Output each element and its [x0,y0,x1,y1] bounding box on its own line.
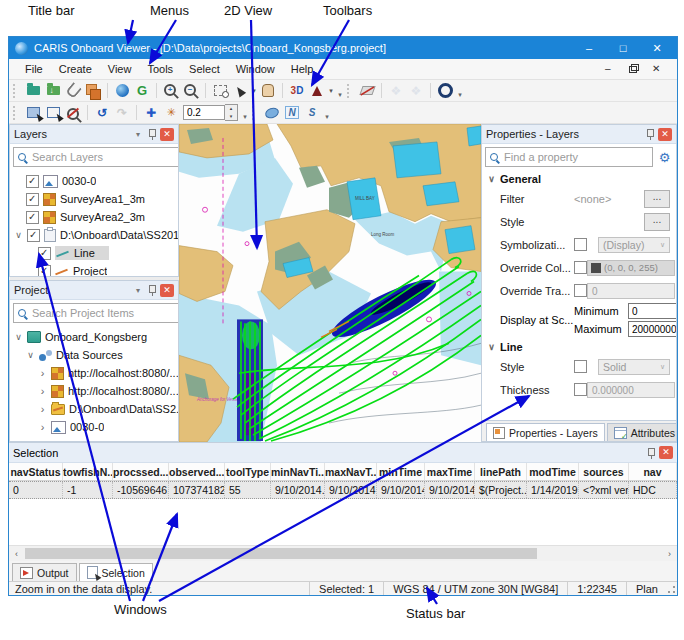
column-header[interactable]: observed... [169,463,225,481]
line-style-checkbox[interactable] [574,360,587,373]
project-search-box[interactable] [13,303,179,323]
zoom-out-button[interactable]: − [181,82,201,100]
layers-panel-pin-icon[interactable] [147,128,157,140]
open-project-button[interactable] [23,82,43,100]
layer-item[interactable]: 0030-0 [10,172,178,190]
tab-attributes-line[interactable]: Attributes - Line [607,423,677,441]
project-item[interactable]: http://localhost:8080/... [10,364,178,382]
deselect-button[interactable] [63,104,83,122]
selection-panel-pin-icon[interactable] [646,447,656,459]
scrollbar-thumb[interactable] [25,548,537,559]
thickness-checkbox[interactable] [574,383,587,396]
draw-ellipse-button[interactable] [262,104,282,122]
column-header[interactable]: procssed... [113,463,169,481]
section-line[interactable]: Line [482,338,676,355]
menu-file[interactable]: File [17,63,51,75]
project-panel-header[interactable]: Project [10,281,178,300]
properties-panel-header[interactable]: Properties - Layers [482,125,676,144]
column-header[interactable]: navStatus [9,463,63,481]
menu-view[interactable]: View [100,63,140,75]
expander-icon[interactable] [38,367,47,379]
column-header[interactable]: modTime [527,463,579,481]
measure-button[interactable] [357,82,377,100]
project-item[interactable]: D:\Onboard\Data\SS2... [10,400,178,418]
layer-item[interactable]: SurveyArea2_3m [10,208,178,226]
section-general[interactable]: General [482,170,676,187]
maximum-scale-input[interactable] [628,321,677,337]
symbolization-dropdown[interactable]: (Display) [598,237,670,253]
override-transparency-field[interactable]: 0 [587,283,675,299]
copy-layer-button[interactable] [83,82,103,100]
column-header[interactable]: maxNavT... [325,463,377,481]
record-button[interactable] [435,82,455,100]
draw-curve-button[interactable] [302,104,322,122]
selection-panel-header[interactable]: Selection [9,443,677,463]
menu-create[interactable]: Create [51,63,100,75]
menu-select[interactable]: Select [181,63,228,75]
layers-panel-menu-icon[interactable] [132,130,144,139]
expander-icon[interactable] [26,350,35,360]
project-panel-menu-icon[interactable] [132,286,144,295]
layers-panel-close-icon[interactable] [160,128,174,141]
mdi-close-button[interactable] [651,63,663,75]
zoom-in-button[interactable]: + [161,82,181,100]
redo-selection-button[interactable] [112,104,132,122]
snap-button[interactable] [161,104,181,122]
column-header[interactable]: towfishN... [63,463,113,481]
layer-item[interactable]: SurveyArea1_3m [10,190,178,208]
project-item[interactable]: 0030-0 [10,418,178,436]
project-item[interactable]: http://localhost:8080/... [10,382,178,400]
thickness-field[interactable]: 0.000000 [587,382,675,398]
flag-next-button[interactable] [406,82,426,100]
selection-table-row[interactable]: 0 -1 -10569646... 1073741824 55 9/10/201… [9,481,677,499]
expander-icon[interactable] [38,403,47,415]
tab-output[interactable]: Output [12,563,77,581]
layer-checkbox[interactable] [26,211,39,224]
status-crs[interactable]: WGS 84 / UTM zone 30N [WG84] [383,582,567,595]
layers-search-input[interactable] [30,150,176,164]
layer-checkbox[interactable] [26,193,39,206]
selection-panel-close-icon[interactable] [659,446,673,459]
toolbar-overflow[interactable]: ▾ [240,113,250,123]
toolbar-grip[interactable] [13,106,19,120]
import-data-button[interactable]: ↓ [43,82,63,100]
undo-selection-button[interactable] [92,104,112,122]
properties-panel-pin-icon[interactable] [645,128,655,140]
layer-checkbox[interactable] [27,229,40,242]
title-bar[interactable]: CARIS Onboard Viewer - [D:\Data\projects… [9,37,677,59]
expander-icon[interactable] [487,342,496,352]
column-header[interactable]: toolType [225,463,271,481]
tab-selection[interactable]: Selection [79,563,153,581]
layer-checkbox[interactable] [26,175,39,188]
select-tool-dropdown[interactable]: ▾ [250,87,258,95]
pan-tool-button[interactable] [258,82,278,100]
line-style-dropdown[interactable]: Solid [598,359,670,375]
google-earth-button[interactable] [132,82,152,100]
project-search-input[interactable] [30,306,176,320]
select-by-window-button[interactable] [23,104,43,122]
north-arrow-dropdown[interactable]: ▾ [327,87,335,95]
property-search-box[interactable] [485,147,653,167]
minimize-button[interactable] [583,37,595,59]
gear-icon[interactable] [656,148,673,166]
zoom-window-button[interactable] [210,82,230,100]
column-header[interactable]: nav [629,463,677,481]
scroll-left-icon[interactable] [9,549,24,559]
tab-properties-layers[interactable]: Properties - Layers [486,423,605,441]
select-tool-button[interactable] [230,82,250,100]
expander-icon[interactable] [14,332,23,342]
expander-icon[interactable] [38,385,47,397]
menu-help[interactable]: Help [283,63,322,75]
expander-icon[interactable] [14,230,23,240]
property-search-input[interactable] [502,150,648,164]
filter-ellipsis-button[interactable]: ... [644,190,670,208]
snap-tolerance-arrows[interactable] [225,104,238,121]
project-panel-pin-icon[interactable] [147,284,157,296]
select-by-rectangle-button[interactable] [43,104,63,122]
toolbar-overflow[interactable]: ▾ [335,91,345,101]
column-header[interactable]: maxTime [425,463,475,481]
globe-view-button[interactable] [112,82,132,100]
override-color-field[interactable]: (0, 0, 0, 255) [587,260,675,276]
3d-view-button[interactable] [287,82,307,100]
attach-button[interactable] [63,82,83,100]
